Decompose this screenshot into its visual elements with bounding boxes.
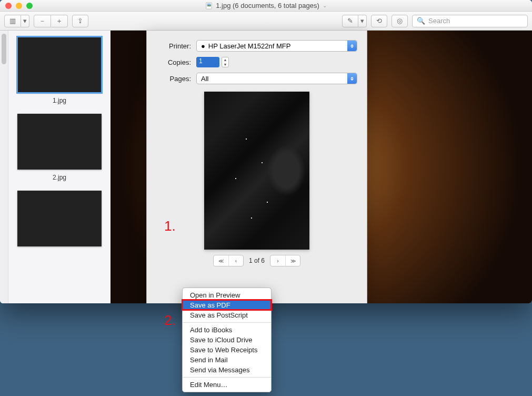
thumbnail-label: 2.jpg xyxy=(14,174,105,181)
annotation-label-2: 2. xyxy=(164,312,176,329)
menu-save-to-web-receipts[interactable]: Save to Web Receipts xyxy=(183,345,271,355)
menu-add-to-ibooks[interactable]: Add to iBooks xyxy=(183,325,271,335)
next-page-icon[interactable]: › xyxy=(270,255,285,266)
menu-send-via-messages[interactable]: Send via Messages xyxy=(183,365,271,375)
toolbar: ▥ ▾ － ＋ ⇪ ✎ ▾ ⟲ ◎ 🔍 Search xyxy=(0,12,532,31)
page-navigator: ≪ ‹ 1 of 6 › ≫ xyxy=(213,255,300,266)
updown-icon xyxy=(347,41,357,51)
pages-select[interactable]: All xyxy=(196,73,357,84)
last-page-icon[interactable]: ≫ xyxy=(285,255,300,266)
thumbnail-label: 1.jpg xyxy=(14,97,105,104)
sidebar-scrollbar[interactable] xyxy=(0,31,8,303)
window-title: 1.jpg (6 documents, 6 total pages) ⌄ xyxy=(0,2,532,9)
thumbnail-3[interactable] xyxy=(14,191,105,246)
thumbnail-image xyxy=(17,191,102,246)
share-icon[interactable]: ⇪ xyxy=(72,15,88,27)
first-page-icon[interactable]: ≪ xyxy=(214,255,228,266)
printer-select[interactable]: ● HP LaserJet M1522nf MFP xyxy=(196,40,357,52)
updown-icon xyxy=(347,73,357,84)
thumbnail-2[interactable]: 2.jpg xyxy=(14,114,105,181)
printer-status-icon: ● xyxy=(201,42,205,50)
print-preview-page xyxy=(204,92,309,250)
print-dialog: Printer: ● HP LaserJet M1522nf MFP Copie… xyxy=(146,31,367,303)
markup-dropdown-icon[interactable]: ▾ xyxy=(358,15,367,27)
image-file-icon xyxy=(205,2,213,9)
thumbnail-1[interactable]: 1.jpg xyxy=(14,37,105,104)
menu-save-as-pdf[interactable]: Save as PDF xyxy=(183,300,271,310)
pdf-dropdown-menu: Open in Preview Save as PDF Save as Post… xyxy=(182,288,272,392)
markup-icon[interactable]: ✎ xyxy=(342,15,358,27)
menu-edit-menu[interactable]: Edit Menu… xyxy=(183,380,271,390)
thumbnail-image xyxy=(17,114,102,170)
page-counter: 1 of 6 xyxy=(249,257,265,264)
zoom-in-icon[interactable]: ＋ xyxy=(51,15,68,27)
pages-label: Pages: xyxy=(156,75,191,83)
search-icon: 🔍 xyxy=(417,17,425,25)
thumbnail-image xyxy=(17,37,102,93)
search-input[interactable]: 🔍 Search xyxy=(412,15,528,27)
preview-window: 1.jpg (6 documents, 6 total pages) ⌄ ▥ ▾… xyxy=(0,0,532,303)
copies-stepper[interactable]: ▲▼ xyxy=(222,57,229,67)
view-dropdown-icon[interactable]: ▾ xyxy=(21,15,29,27)
menu-send-in-mail[interactable]: Send in Mail xyxy=(183,355,271,365)
chevron-down-icon[interactable]: ⌄ xyxy=(323,3,327,8)
menu-save-as-postscript[interactable]: Save as PostScript xyxy=(183,310,271,320)
sidebar-thumbs-icon[interactable]: ▥ xyxy=(4,15,21,27)
annotate-icon[interactable]: ◎ xyxy=(392,15,408,27)
main-image-view[interactable]: Printer: ● HP LaserJet M1522nf MFP Copie… xyxy=(111,31,532,303)
zoom-segment: － ＋ xyxy=(34,15,68,27)
prev-page-icon[interactable]: ‹ xyxy=(228,255,243,266)
copies-input[interactable]: 1 xyxy=(196,57,219,67)
rotate-icon[interactable]: ⟲ xyxy=(371,15,387,27)
copies-label: Copies: xyxy=(156,58,191,66)
titlebar[interactable]: 1.jpg (6 documents, 6 total pages) ⌄ xyxy=(0,0,532,12)
printer-label: Printer: xyxy=(156,42,191,50)
view-mode-segment[interactable]: ▥ ▾ xyxy=(4,15,29,27)
sidebar: 1.jpg 2.jpg xyxy=(0,31,111,303)
zoom-out-icon[interactable]: － xyxy=(34,15,51,27)
menu-save-to-icloud[interactable]: Save to iCloud Drive xyxy=(183,335,271,345)
menu-open-in-preview[interactable]: Open in Preview xyxy=(183,290,271,300)
